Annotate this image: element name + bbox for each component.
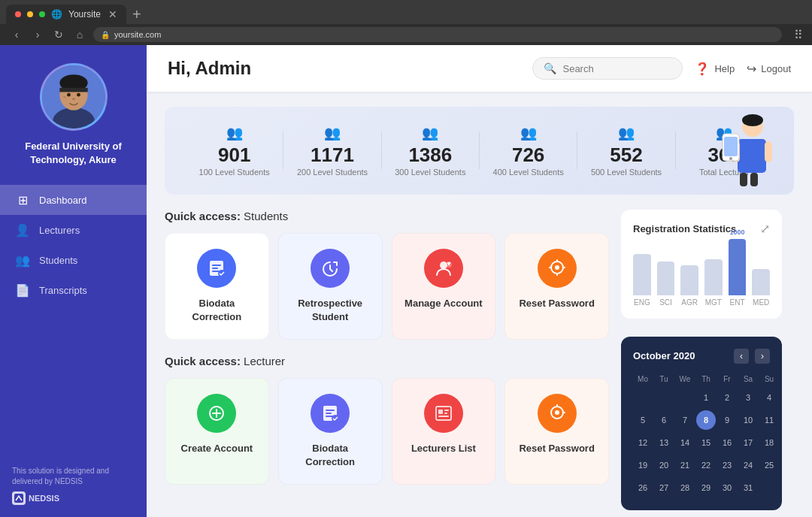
svg-rect-21 xyxy=(212,268,218,269)
calendar-month: October 2020 xyxy=(633,350,695,361)
cal-day[interactable]: 8 xyxy=(696,410,716,430)
cal-day[interactable]: 9 xyxy=(717,410,737,430)
back-button[interactable]: ‹ xyxy=(9,29,24,41)
students-title-bold: Quick access: xyxy=(165,210,241,222)
sidebar-item-lecturers[interactable]: 👤 Lecturers xyxy=(0,215,147,245)
create-account-icon-wrap xyxy=(197,394,236,433)
help-label: Help xyxy=(714,63,735,74)
svg-rect-26 xyxy=(448,264,450,265)
logout-button[interactable]: ↪ Logout xyxy=(747,62,791,76)
cal-day[interactable]: 19 xyxy=(633,455,653,475)
cal-day[interactable]: 18 xyxy=(759,433,779,452)
help-icon: ❓ xyxy=(695,62,710,76)
browser-menu-button[interactable]: ⠿ xyxy=(794,28,803,42)
cal-day[interactable]: 6 xyxy=(654,410,674,430)
cal-day[interactable]: 31 xyxy=(738,478,758,497)
calendar-next-button[interactable]: › xyxy=(755,349,770,364)
tab-title: Yoursite xyxy=(68,9,101,20)
card-reset-password-student[interactable]: Reset Password xyxy=(504,233,609,340)
lecturers-list-icon xyxy=(434,404,453,423)
lecturer-title-span: Lecturer xyxy=(244,355,285,367)
stat-level300: 👥 1386 300 Level Students xyxy=(382,125,479,177)
cal-day[interactable]: 17 xyxy=(738,433,758,452)
search-input[interactable] xyxy=(562,63,671,74)
cal-day[interactable]: 26 xyxy=(633,478,653,497)
cal-day[interactable]: 2 xyxy=(717,388,737,407)
stat-number-100: 901 xyxy=(186,144,283,166)
card-lecturers-list[interactable]: Lecturers List xyxy=(392,378,496,485)
tab-close-icon[interactable]: ✕ xyxy=(108,8,117,20)
card-biodata-correction[interactable]: Biodata Correction xyxy=(165,233,269,340)
search-bar[interactable]: 🔍 xyxy=(532,57,683,80)
svg-point-5 xyxy=(67,93,71,97)
cal-day[interactable]: 5 xyxy=(633,410,653,430)
cal-day[interactable]: 10 xyxy=(738,410,758,430)
home-button[interactable]: ⌂ xyxy=(72,29,87,41)
biodata-correction-icon-wrap xyxy=(197,249,236,288)
card-manage-account[interactable]: Manage Account xyxy=(392,233,496,340)
cal-day[interactable]: 23 xyxy=(717,455,737,475)
cal-day[interactable]: 28 xyxy=(675,478,695,497)
cal-day[interactable]: 20 xyxy=(654,455,674,475)
new-tab-button[interactable]: + xyxy=(126,5,147,24)
tab-close-btn[interactable] xyxy=(15,11,21,17)
reset-password-student-icon-wrap xyxy=(538,249,577,288)
cal-day[interactable]: 27 xyxy=(654,478,674,497)
biodata-correction-lec-label: Biodata Correction xyxy=(291,442,370,469)
calendar-prev-button[interactable]: ‹ xyxy=(734,349,749,364)
cal-day[interactable]: 12 xyxy=(633,433,653,452)
stat-level100: 👥 901 100 Level Students xyxy=(186,125,283,177)
cal-day[interactable]: 16 xyxy=(717,433,737,452)
cal-day[interactable]: 30 xyxy=(717,478,737,497)
expand-icon[interactable]: ⤢ xyxy=(760,222,770,236)
manage-account-icon xyxy=(434,258,453,278)
card-reset-password-lec[interactable]: Reset Password xyxy=(504,378,609,485)
main-scroll: 👥 901 100 Level Students 👥 1171 200 Leve… xyxy=(147,92,812,517)
card-biodata-correction-lec[interactable]: Biodata Correction xyxy=(278,378,383,485)
tab-fullscreen-btn[interactable] xyxy=(39,11,45,17)
cal-day[interactable]: 22 xyxy=(696,455,716,475)
cal-day[interactable]: 29 xyxy=(696,478,716,497)
cal-day[interactable]: 21 xyxy=(675,455,695,475)
cal-day[interactable]: 24 xyxy=(738,455,758,475)
cal-day-header: Su xyxy=(759,373,779,385)
stat-number-500: 552 xyxy=(577,144,674,166)
cal-day[interactable]: 14 xyxy=(675,433,695,452)
reload-button[interactable]: ↻ xyxy=(51,29,66,41)
header: Hi, Admin 🔍 ❓ Help ↪ Logout xyxy=(147,45,812,92)
cal-day[interactable]: 15 xyxy=(696,433,716,452)
sidebar-item-dashboard[interactable]: ⊞ Dashboard xyxy=(0,185,147,215)
cal-day[interactable]: 13 xyxy=(654,433,674,452)
cal-day[interactable]: 7 xyxy=(675,410,695,430)
tab-minimize-btn[interactable] xyxy=(27,11,33,17)
svg-rect-33 xyxy=(326,413,332,414)
reset-password-lec-label: Reset Password xyxy=(519,442,594,455)
url-bar[interactable]: 🔒 yoursite.com xyxy=(93,27,782,42)
svg-rect-38 xyxy=(444,410,449,411)
dashboard-icon: ⊞ xyxy=(15,192,30,207)
cal-day[interactable]: 1 xyxy=(696,388,716,407)
app: Federal University of Technology, Akure … xyxy=(0,45,812,517)
lecturers-list-label: Lecturers List xyxy=(411,442,476,455)
university-name: Federal University of Technology, Akure xyxy=(12,140,135,167)
registration-stats-panel: Registration Statistics ⤢ ENGSCIAGRMGT10… xyxy=(621,210,782,319)
sidebar-item-students[interactable]: 👥 Students xyxy=(0,245,147,275)
stat-number-400: 726 xyxy=(480,144,577,166)
cal-day[interactable]: 11 xyxy=(759,410,779,430)
cal-day[interactable]: 4 xyxy=(759,388,779,407)
card-create-account[interactable]: Create Account xyxy=(165,378,269,485)
right-panel: Registration Statistics ⤢ ENGSCIAGRMGT10… xyxy=(621,210,794,510)
lock-icon: 🔒 xyxy=(101,31,110,39)
cal-day[interactable]: 3 xyxy=(738,388,758,407)
cal-day[interactable]: 25 xyxy=(759,455,779,475)
reg-stats-title: Registration Statistics xyxy=(633,223,736,234)
calendar-grid: MoTuWeThFrSaSu12345678910111213141516171… xyxy=(633,373,770,498)
students-section: Quick access: Students xyxy=(165,210,609,340)
sidebar-item-transcripts[interactable]: 📄 Transcripts xyxy=(0,275,147,305)
card-retrospective-student[interactable]: Retrospective Student xyxy=(278,233,383,340)
forward-button[interactable]: › xyxy=(30,29,45,41)
nedsis-logo: NEDSIS xyxy=(12,491,135,505)
help-button[interactable]: ❓ Help xyxy=(695,62,735,76)
lecturers-list-icon-wrap xyxy=(424,394,463,433)
active-tab[interactable]: 🌐 Yoursite ✕ xyxy=(6,5,126,24)
